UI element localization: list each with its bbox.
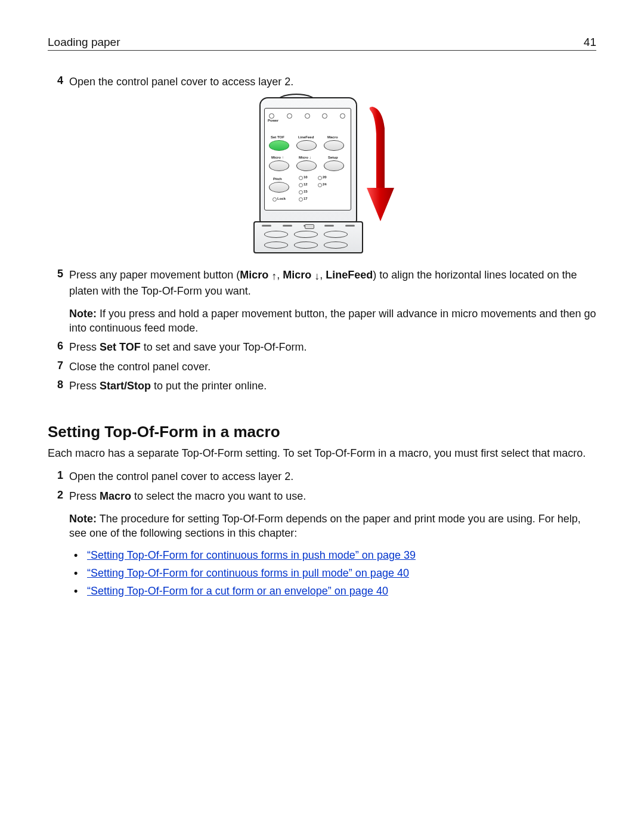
step-number: 4	[48, 75, 69, 89]
step-text: Close the control panel cover.	[69, 360, 596, 374]
macro-step-2: 2 Press Macro to select the macro you wa…	[48, 489, 596, 602]
list-item: • “Setting Top‑Of‑Form for continuous fo…	[74, 566, 596, 580]
list-item: • “Setting Top‑Of‑Form for a cut form or…	[74, 584, 596, 598]
macro-steps: 1 Open the control panel cover to access…	[48, 469, 596, 602]
arrow-up-icon: ↑	[271, 269, 277, 283]
section-heading: Setting Top‑Of‑Form in a macro	[48, 423, 596, 441]
page-number: 41	[584, 36, 596, 49]
label-micro-up: Micro ↑	[271, 156, 284, 159]
label-micro-down: Micro ↓	[299, 156, 311, 159]
header-title: Loading paper	[48, 36, 120, 49]
label-set-tof: Set TOF	[271, 135, 284, 139]
list-item: • “Setting Top‑Of‑Form for continuous fo…	[74, 548, 596, 562]
step-number: 7	[48, 360, 69, 374]
control-panel-illustration: Power Set TOF LineFeed Macro Micro ↑ Mic…	[48, 97, 596, 252]
step-5-note: Note: If you press and hold a paper move…	[69, 306, 596, 336]
panel-tray	[253, 221, 363, 253]
step-text: Press Macro to select the macro you want…	[69, 489, 596, 602]
step-number: 8	[48, 379, 69, 393]
step-number: 2	[48, 489, 69, 602]
label-setup: Setup	[328, 156, 338, 159]
step-text: Press Set TOF to set and save your Top‑O…	[69, 340, 596, 354]
arrow-down-icon: ↓	[314, 269, 320, 283]
page-header: Loading paper 41	[48, 36, 596, 51]
power-label: Power	[268, 119, 278, 122]
section-intro: Each macro has a separate Top‑Of‑Form se…	[48, 447, 596, 460]
step-text: Press any paper movement button (Micro ↑…	[69, 268, 596, 335]
step-number: 5	[48, 268, 69, 335]
step-number: 6	[48, 340, 69, 354]
link-pull-mode[interactable]: “Setting Top‑Of‑Form for continuous form…	[87, 566, 409, 580]
step-8: 8 Press Start/Stop to put the printer on…	[48, 379, 596, 393]
label-linefeed: LineFeed	[298, 135, 314, 139]
steps-list-a: 4 Open the control panel cover to access…	[48, 75, 596, 89]
bullet-icon: •	[74, 566, 87, 580]
step-6: 6 Press Set TOF to set and save your Top…	[48, 340, 596, 354]
link-cut-form[interactable]: “Setting Top‑Of‑Form for a cut form or a…	[87, 584, 388, 598]
macro-step-2-note: Note: The procedure for setting Top‑Of‑F…	[69, 512, 596, 541]
bullet-icon: •	[74, 548, 87, 562]
document-page: Loading paper 41 4 Open the control pane…	[0, 0, 644, 833]
label-pitch: Pitch	[273, 177, 282, 181]
step-text: Open the control panel cover to access l…	[69, 469, 596, 484]
step-text: Press Start/Stop to put the printer onli…	[69, 379, 596, 393]
macro-step-1: 1 Open the control panel cover to access…	[48, 469, 596, 484]
link-push-mode[interactable]: “Setting Top‑Of‑Form for continuous form…	[87, 548, 416, 562]
reference-links: • “Setting Top‑Of‑Form for continuous fo…	[74, 548, 596, 599]
bullet-icon: •	[74, 584, 87, 598]
steps-list-b: 5 Press any paper movement button (Micro…	[48, 268, 596, 393]
step-text: Open the control panel cover to access l…	[69, 75, 596, 89]
step-7: 7 Close the control panel cover.	[48, 360, 596, 374]
label-macro: Macro	[327, 135, 338, 139]
step-number: 1	[48, 469, 69, 484]
step-4: 4 Open the control panel cover to access…	[48, 75, 596, 89]
step-5: 5 Press any paper movement button (Micro…	[48, 268, 596, 335]
pull-down-arrow-icon	[364, 104, 395, 224]
